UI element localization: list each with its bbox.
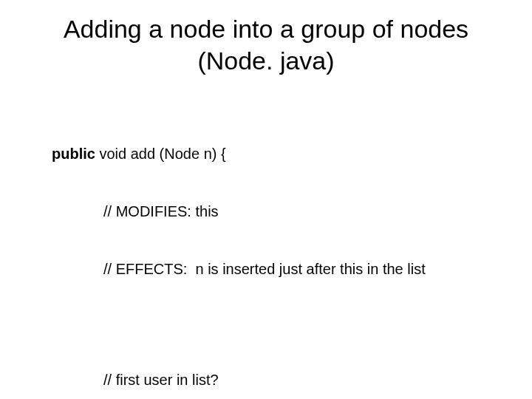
slide-title: Adding a node into a group of nodes (Nod… xyxy=(37,13,495,76)
code-signature: public void add (Node n) { xyxy=(52,144,495,163)
code-block: public void add (Node n) { // MODIFIES: … xyxy=(52,106,495,399)
slide-container: Adding a node into a group of nodes (Nod… xyxy=(0,0,532,399)
comment-effects: // EFFECTS: n is inserted just after thi… xyxy=(103,259,495,279)
signature-rest: void add (Node n) { xyxy=(95,146,226,162)
comment-first-user: // first user in list? xyxy=(103,370,495,389)
comment-modifies: // MODIFIES: this xyxy=(103,202,495,221)
blank-line xyxy=(52,317,495,332)
keyword-public: public xyxy=(52,146,95,162)
